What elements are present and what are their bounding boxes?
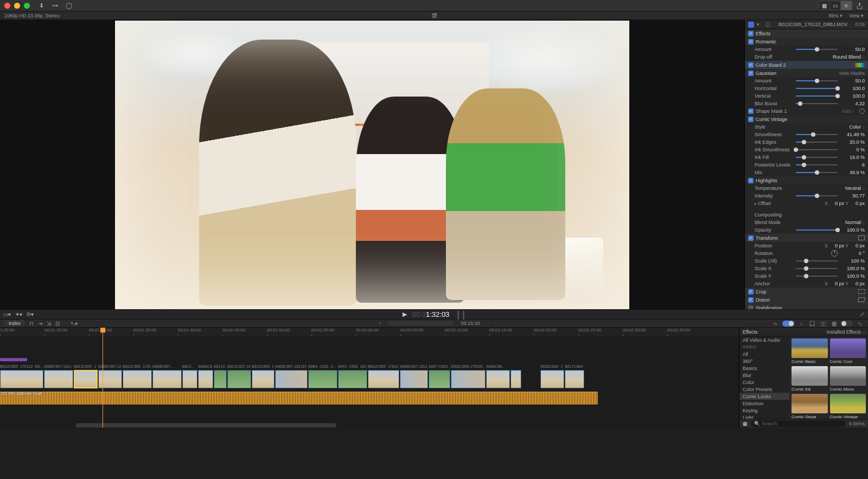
highlights-toggle[interactable] — [748, 178, 754, 183]
effect-item[interactable]: Comic Ink — [792, 366, 828, 392]
romantic-amount-value[interactable]: 50.0 — [842, 47, 865, 52]
gaussian-boost-slider[interactable] — [796, 103, 838, 104]
clapper-icon[interactable]: 🎬 — [431, 13, 437, 18]
timeline-ruler[interactable]: 1:20:0000:01:25:0000:01:30:0000:01:35:00… — [0, 328, 739, 336]
generator-inspector-tab[interactable]: ▾ — [757, 22, 763, 28]
effect-item[interactable]: Comic Vintage — [830, 394, 866, 419]
timeline-clip[interactable] — [123, 370, 152, 388]
fx-browser-icon[interactable]: ▦ — [830, 320, 838, 327]
video-inspector-tab[interactable] — [748, 22, 754, 28]
comic-smooth-slider[interactable] — [796, 134, 838, 135]
timeline-clip[interactable] — [338, 370, 367, 388]
gaussian-amount-slider[interactable] — [796, 80, 838, 81]
crop-toggle[interactable] — [748, 289, 754, 295]
snapping-icon[interactable]: ◫ — [819, 320, 827, 327]
hl-y-value[interactable]: 0 px — [850, 201, 865, 206]
select-tool-icon[interactable]: ↖▾ — [71, 321, 78, 327]
timeline-clip[interactable] — [74, 370, 98, 388]
gaussian-horiz-value[interactable]: 100.0 — [842, 86, 865, 91]
timeline-name[interactable] — [388, 321, 453, 325]
shapemask-circle-icon[interactable] — [859, 108, 865, 114]
playhead[interactable] — [103, 328, 103, 427]
workspace-segment[interactable]: ▦ ▭ ≡ — [819, 1, 852, 10]
gaussian-amount-value[interactable]: 50.0 — [842, 78, 865, 84]
effects-category[interactable]: Color — [739, 379, 789, 386]
zoom-window-button[interactable] — [24, 3, 30, 9]
gaussian-toggle[interactable] — [748, 71, 754, 76]
timeline-nav-fwd-icon[interactable]: › — [488, 321, 489, 326]
viewer[interactable] — [0, 20, 744, 309]
stabilization-toggle[interactable] — [748, 305, 754, 310]
timeline-expand-icon[interactable]: ⤡ — [856, 320, 864, 327]
scalex-value[interactable]: 100.0 % — [842, 266, 865, 271]
comic-mix-slider[interactable] — [796, 172, 838, 173]
effects-category[interactable]: Blur — [739, 372, 789, 379]
timeline-clip[interactable] — [429, 370, 450, 388]
effects-category[interactable]: 360° — [739, 357, 789, 365]
effects-view-toggle-icon[interactable]: ▦ — [743, 421, 748, 426]
transform-toggle[interactable] — [748, 235, 754, 241]
distort-toggle[interactable] — [748, 297, 754, 303]
effects-category[interactable]: Light — [739, 414, 789, 419]
distort-onscreen-icon[interactable] — [858, 297, 865, 302]
romantic-toggle[interactable] — [748, 39, 754, 44]
romantic-dropoff-select[interactable]: Round Blend — [832, 54, 865, 60]
info-inspector-tab[interactable]: ⓘ — [765, 22, 771, 28]
import-icon[interactable]: ⬇ — [37, 2, 46, 10]
timeline-clip[interactable] — [44, 370, 73, 388]
rotation-dial[interactable] — [831, 250, 838, 257]
timeline-clip[interactable] — [98, 370, 122, 388]
effects-category[interactable]: Comic Looks — [739, 393, 789, 400]
romantic-amount-slider[interactable] — [796, 49, 838, 50]
scaley-value[interactable]: 100.0 % — [842, 273, 865, 279]
timeline-clip[interactable] — [368, 370, 399, 388]
hl-temp-select[interactable]: Neutral — [832, 186, 865, 191]
timeline-clip[interactable] — [227, 370, 251, 388]
view-dropdown[interactable]: View ▾ — [849, 13, 864, 18]
timeline-clip[interactable] — [182, 370, 197, 388]
timeline-clip[interactable] — [540, 370, 564, 388]
anc-x-value[interactable]: 0 px — [829, 281, 844, 286]
effect-item[interactable]: Comic Mono — [830, 366, 866, 392]
zoom-dropdown[interactable]: 86% ▾ — [829, 13, 843, 18]
scalex-slider[interactable] — [796, 268, 838, 269]
comic-inksm-value[interactable]: 0 % — [842, 147, 865, 152]
timeline-clip[interactable] — [214, 370, 227, 388]
append-tool-icon[interactable]: ⇲ — [47, 321, 51, 327]
close-window-button[interactable] — [4, 3, 10, 9]
timeline-index-button[interactable]: Index — [4, 320, 25, 327]
comic-toggle[interactable] — [748, 117, 754, 122]
opacity-slider[interactable] — [796, 229, 838, 231]
gaussian-vert-value[interactable]: 100.0 — [842, 93, 865, 99]
hl-int-slider[interactable] — [796, 195, 838, 196]
loop-icon[interactable]: ❙❙ — [455, 309, 465, 320]
skimming-icon[interactable]: ∿ — [771, 320, 779, 327]
effects-toggle[interactable] — [748, 31, 754, 36]
keyword-icon[interactable]: ⊶ — [51, 2, 59, 10]
blendmode-select[interactable]: Normal — [832, 220, 865, 225]
comic-post-value[interactable]: 6 — [842, 162, 865, 168]
hl-offset-label[interactable]: Offset — [755, 201, 792, 206]
timeline-clip[interactable] — [510, 370, 521, 388]
audio-skim-icon[interactable]: ♪ — [797, 320, 805, 327]
layout-timeline-icon[interactable]: ▭ — [830, 1, 841, 10]
comic-fill-slider[interactable] — [796, 157, 838, 158]
effects-category[interactable]: Distortion — [739, 400, 789, 407]
crop-onscreen-icon[interactable] — [858, 289, 865, 294]
shapemask-add-button[interactable]: Add — [841, 108, 854, 114]
bg-tasks-icon[interactable]: ◯ — [65, 2, 73, 10]
timeline-clip[interactable] — [565, 370, 584, 388]
fullscreen-icon[interactable]: ⤢ — [860, 311, 865, 318]
timeline-nav-back-icon[interactable]: ‹ — [379, 321, 380, 326]
timeline-canvas[interactable]: 1:20:0000:01:25:0000:01:30:0000:01:35:00… — [0, 328, 739, 427]
effects-tool-icon[interactable]: ✦▾ — [15, 311, 22, 317]
layout-library-icon[interactable]: ▦ — [819, 1, 830, 10]
overwrite-tool-icon[interactable]: ⊡ — [55, 321, 60, 327]
timeline-scrollbar[interactable] — [76, 423, 336, 427]
effects-search-input[interactable]: 🔍Search — [751, 420, 846, 427]
comic-edges-slider[interactable] — [796, 142, 838, 143]
comic-fill-value[interactable]: 19.0 % — [842, 155, 865, 160]
comic-post-slider[interactable] — [796, 164, 838, 165]
hl-int-value[interactable]: 50.77 — [842, 193, 865, 199]
timeline-clip[interactable] — [198, 370, 213, 388]
